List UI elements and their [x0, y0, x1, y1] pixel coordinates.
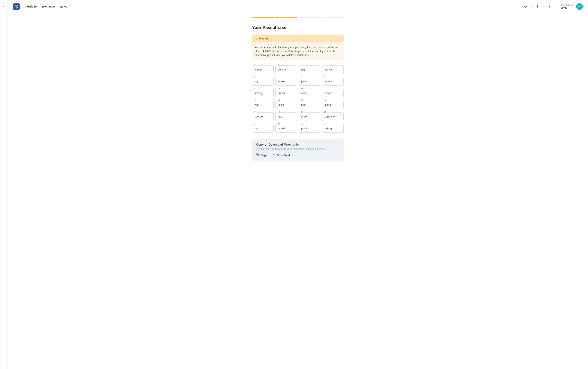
mnemonic-word-index: 24 [324, 123, 327, 125]
mnemonic-word: 5high [252, 77, 273, 86]
nav-exchange[interactable]: Exchange [42, 5, 55, 8]
mnemonic-word: 22crowd [275, 124, 297, 132]
mnemonic-word-index: 2 [277, 64, 279, 66]
balance-label: Your Balance [561, 4, 574, 6]
mnemonic-word: 11critic [299, 89, 320, 97]
step-segment [322, 18, 344, 18]
mnemonic-word-index: 13 [254, 99, 257, 101]
header-divider [531, 5, 532, 9]
action-divider [270, 154, 270, 157]
mnemonic-word: 23profit [299, 124, 320, 132]
svg-point-6 [256, 39, 256, 39]
main-nav: Portfolio Exchange News [25, 5, 67, 8]
mnemonic-word: 17sponsor [252, 112, 273, 121]
mnemonic-word-index: 6 [277, 76, 279, 78]
mnemonic-word-value: stone [322, 100, 344, 109]
mnemonic-word: 13vast [252, 100, 273, 109]
page-title: Your Passphrase [252, 25, 344, 30]
receive-button[interactable] [534, 5, 541, 9]
copy-icon [256, 153, 259, 157]
avatar[interactable]: AV [576, 3, 583, 10]
mnemonic-word: 14script [275, 100, 297, 109]
mnemonic-word-index: 11 [300, 88, 304, 90]
mnemonic-word: 9among [252, 89, 273, 97]
mnemonic-word-index: 22 [277, 123, 280, 125]
mnemonic-word-value: pattern [299, 77, 320, 86]
mnemonic-word-value: later [275, 112, 297, 121]
mnemonic-word-value: high [252, 77, 273, 86]
mnemonic-word: 10enrich [275, 89, 297, 97]
download-icon [273, 153, 276, 157]
step-indicator [252, 18, 344, 18]
mnemonic-word: 18later [275, 112, 297, 121]
mnemonic-word: 4twelve [322, 65, 344, 74]
nav-news[interactable]: News [60, 5, 67, 8]
copy-download-subtitle: You can copy or download your mnemonic, … [256, 147, 340, 150]
mnemonic-word: 2general [275, 65, 297, 74]
copy-button[interactable]: Copy [256, 153, 267, 157]
mnemonic-word-value: general [275, 65, 297, 74]
step-segment [252, 18, 273, 18]
warning-box: Warning You are responsible for storing … [252, 35, 344, 60]
balance-block: Your Balance $0.00 [561, 4, 574, 9]
arrow-down-icon [536, 5, 539, 9]
svg-rect-7 [257, 154, 259, 156]
mnemonic-word-index: 17 [254, 111, 257, 113]
mnemonic-word-value: clip [252, 124, 273, 132]
header-divider [543, 5, 544, 9]
back-strip[interactable] [0, 0, 8, 161]
panel: Your Passphrase Warning You are responsi… [252, 18, 344, 161]
mnemonic-word-value: twelve [322, 65, 344, 74]
warning-body: You are responsible for storing and prot… [252, 42, 344, 60]
mnemonic-word-index: 9 [254, 88, 256, 90]
mnemonic-word: 12humor [322, 89, 344, 97]
download-button[interactable]: Download [273, 153, 290, 157]
notifications-button[interactable] [522, 5, 529, 9]
app-logo[interactable] [13, 3, 20, 10]
mnemonic-word-value: surround [322, 112, 344, 121]
copy-label: Copy [260, 153, 267, 157]
mnemonic-word-value: among [252, 89, 273, 97]
mnemonic-word-index: 8 [324, 76, 326, 78]
mnemonic-word-index: 23 [300, 123, 304, 125]
mnemonic-word: 21clip [252, 124, 273, 132]
mnemonic-word-value: snake [275, 77, 297, 86]
header: Portfolio Exchange News Your Balance $0.… [8, 0, 588, 13]
mnemonic-word-index: 14 [277, 99, 280, 101]
mnemonic-word-index: 19 [300, 111, 304, 113]
content: Your Passphrase Warning You are responsi… [8, 0, 588, 161]
mnemonic-word: 16stone [322, 100, 344, 109]
mnemonic-word-value: crowd [275, 124, 297, 132]
mnemonic-word-index: 3 [300, 64, 303, 66]
mnemonic-grid: 1almost2general3tag4twelve5high6snake7pa… [252, 65, 344, 132]
mnemonic-word-index: 12 [324, 88, 327, 90]
mnemonic-word-value: profit [299, 124, 320, 132]
copy-download-actions: Copy Download [256, 153, 340, 157]
chevron-left-icon [3, 5, 5, 8]
mnemonic-word-value: critic [299, 89, 320, 97]
mnemonic-word: 7pattern [299, 77, 320, 86]
mnemonic-word-index: 15 [300, 99, 304, 101]
header-divider [555, 5, 556, 9]
warning-icon [255, 37, 258, 40]
step-segment [275, 18, 297, 18]
nav-portfolio[interactable]: Portfolio [25, 5, 37, 8]
mnemonic-word-index: 4 [324, 64, 326, 66]
mnemonic-word-value: vast [252, 100, 273, 109]
mnemonic-word-index: 21 [254, 123, 257, 125]
mnemonic-word-value: enrich [275, 89, 297, 97]
mnemonic-word-value: once [299, 112, 320, 121]
bell-icon [524, 5, 527, 9]
mnemonic-word-index: 18 [277, 111, 280, 113]
warning-label: Warning [259, 37, 269, 40]
mnemonic-word-index: 16 [324, 99, 327, 101]
step-segment [299, 18, 320, 18]
warning-header: Warning [252, 35, 344, 42]
mnemonic-word-index: 7 [300, 76, 303, 78]
mnemonic-word: 19once [299, 112, 320, 121]
send-button[interactable] [546, 5, 553, 9]
mnemonic-word-value: script [275, 100, 297, 109]
mnemonic-word-value: almost [252, 65, 273, 74]
mnemonic-word: 8victory [322, 77, 344, 86]
mnemonic-word-value: victory [322, 77, 344, 86]
